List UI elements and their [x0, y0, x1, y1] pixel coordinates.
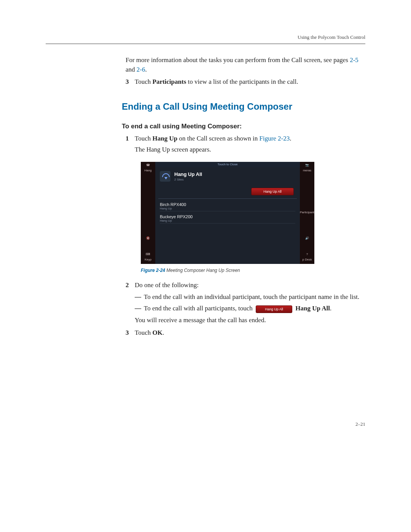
option-a-text: To end the call with an individual parti… [144, 292, 365, 302]
task-heading: To end a call using Meeting Composer: [122, 123, 365, 130]
keypad-icon[interactable]: ⌨ [141, 252, 155, 256]
cameras-label: meras [300, 169, 314, 172]
link-figure-2-23[interactable]: Figure 2-23 [259, 135, 290, 142]
content-block-top: For more information about the tasks you… [126, 56, 365, 87]
participant-row[interactable]: Buckeye RPX200 Hang Up [160, 213, 295, 224]
volume-icon[interactable]: 🔊 [300, 236, 314, 240]
link-page-2-6[interactable]: 2-6 [137, 66, 145, 73]
participant-name: Buckeye RPX200 [160, 214, 295, 219]
dash-bullet: — [135, 305, 144, 312]
divider [158, 198, 297, 199]
panel-header: Hang Up All 2 Sites [155, 167, 300, 183]
intro-and: and [126, 66, 137, 73]
keypad-label: Keyp [141, 258, 155, 261]
option-b: — To end the call with all participants,… [135, 304, 365, 313]
step-body: Touch OK. [135, 328, 365, 338]
step-3-top: 3 Touch Participants to view a list of t… [126, 77, 365, 87]
text: on the Call screen as shown in [177, 135, 259, 142]
page: Using the Polycom Touch Control For more… [0, 0, 411, 450]
hang-up-panel: Hang Up All 2 Sites Hang Up All Birch RP… [155, 167, 300, 264]
participant-action: Hang Up [160, 207, 295, 210]
step-number: 3 [126, 78, 135, 86]
touch-to-close-bar[interactable]: Touch to Close [155, 162, 300, 167]
screenshot-right-rail: 📷 meras Participants 🔊 ? p Desk [300, 162, 314, 264]
participant-row[interactable]: Birch RPX400 Hang Up [160, 201, 295, 211]
participant-action: Hang Up [160, 219, 295, 222]
intro-text: For more information about the tasks you… [126, 56, 350, 64]
camera-icon[interactable]: 📷 [300, 163, 314, 167]
text: . [162, 329, 164, 336]
mute-icon[interactable]: 🔇 [141, 236, 155, 240]
ok-label: OK [153, 329, 162, 336]
text: To end the call with all participants, t… [144, 305, 254, 312]
intro-period: . [145, 66, 147, 73]
step-body: Touch Hang Up on the Call screen as show… [135, 134, 365, 144]
option-a: — To end the call with an individual par… [135, 292, 365, 302]
step-2: 2 Do one of the following: [126, 281, 365, 290]
screenshot-left-rail: ☎ Hang 🔇 ⌨ Keyp [141, 162, 155, 264]
panel-title: Hang Up All [174, 171, 202, 177]
text: . [330, 305, 331, 312]
option-b-text: To end the call with all participants, t… [144, 304, 365, 313]
content-block-main: 1 Touch Hang Up on the Call screen as sh… [126, 134, 365, 337]
step-2-options: — To end the call with an individual par… [135, 292, 365, 313]
intro-paragraph: For more information about the tasks you… [126, 56, 365, 74]
phone-icon[interactable]: ☎ [141, 163, 155, 167]
step-number: 2 [126, 281, 135, 289]
help-icon[interactable]: ? [300, 252, 314, 256]
step-body: Touch Participants to view a list of the… [135, 77, 365, 87]
hang-up-icon [160, 171, 170, 182]
step-1-continuation: The Hang Up screen appears. [135, 145, 365, 155]
hang-label: Hang [141, 169, 155, 172]
link-page-2-5[interactable]: 2-5 [350, 56, 358, 64]
hang-up-all-label: Hang Up All [294, 305, 330, 312]
text: . [290, 135, 291, 142]
section-heading: Ending a Call Using Meeting Composer [122, 101, 365, 112]
figure-title: Meeting Composer Hang Up Screen [165, 268, 240, 273]
step-3: 3 Touch OK. [126, 328, 365, 338]
desk-label: p Desk [300, 258, 314, 261]
step-1: 1 Touch Hang Up on the Call screen as sh… [126, 134, 365, 144]
participant-name: Birch RPX400 [160, 202, 295, 207]
hang-up-all-button[interactable]: Hang Up All [251, 188, 294, 195]
running-header: Using the Polycom Touch Control [46, 34, 365, 40]
header-rule [46, 43, 365, 44]
dash-bullet: — [135, 293, 144, 301]
step-number: 1 [126, 135, 135, 142]
step-body: Do one of the following: [135, 281, 365, 290]
page-number: 2–21 [46, 421, 365, 427]
step-2-after: You will receive a message that the call… [135, 316, 365, 325]
text: Touch [135, 329, 153, 336]
text: Touch [135, 135, 153, 142]
participants-label: Participants [153, 78, 186, 85]
panel-subtitle: 2 Sites [174, 178, 202, 181]
figure-number: Figure 2-24 [141, 268, 165, 273]
text: to view a list of the participants in th… [186, 78, 298, 85]
figure-2-24: ☎ Hang 🔇 ⌨ Keyp 📷 meras Participants 🔊 ?… [141, 162, 365, 264]
screenshot-hang-up-screen: ☎ Hang 🔇 ⌨ Keyp 📷 meras Participants 🔊 ?… [141, 162, 314, 264]
figure-caption: Figure 2-24 Meeting Composer Hang Up Scr… [141, 268, 365, 273]
inline-hang-up-all-button[interactable]: Hang Up All [256, 305, 292, 313]
step-number: 3 [126, 329, 135, 337]
hang-up-label: Hang Up [153, 135, 178, 142]
text: Touch [135, 78, 153, 85]
participants-button[interactable]: Participants [300, 211, 314, 214]
